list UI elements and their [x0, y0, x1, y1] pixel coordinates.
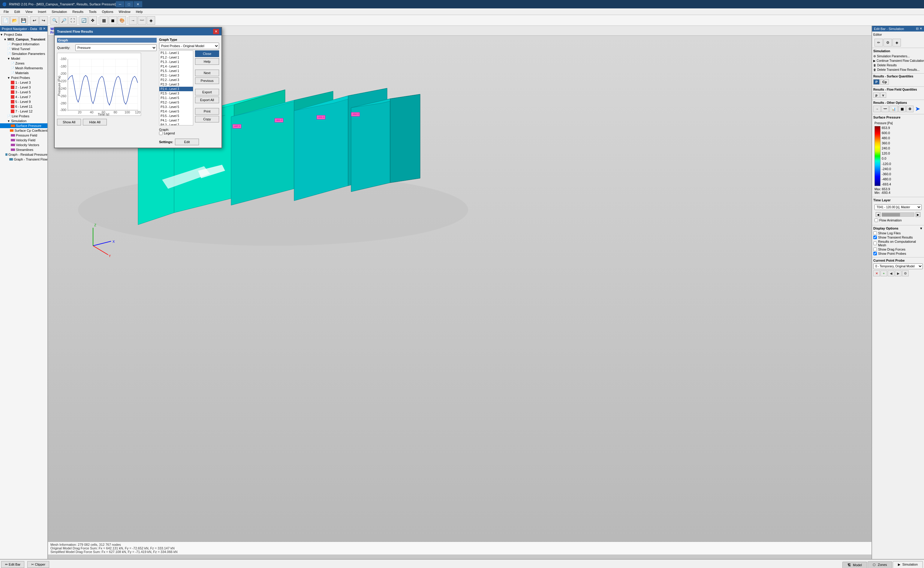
- tree-zones[interactable]: 📄 Zones: [0, 61, 47, 66]
- next-btn[interactable]: Next: [195, 69, 219, 76]
- toolbar-save[interactable]: 💾: [19, 16, 28, 24]
- toolbar-vectors[interactable]: →: [129, 16, 137, 24]
- menu-help[interactable]: Help: [134, 9, 145, 14]
- toolbar-streamlines[interactable]: 〰: [138, 16, 146, 24]
- delete-transient-item[interactable]: 🗑 Delete Transient Flow Results...: [873, 68, 923, 72]
- menu-view[interactable]: View: [23, 9, 35, 14]
- sim-params-item[interactable]: ⚙ Simulation Parameters...: [873, 54, 923, 59]
- close-btn[interactable]: Close: [195, 50, 219, 57]
- toolbar-zoom-in[interactable]: 🔍: [50, 16, 59, 24]
- probe-item-p14[interactable]: P1.4 - Level 1: [159, 64, 193, 69]
- tree-m03[interactable]: ▼ M03_Campus_Transient: [0, 37, 47, 42]
- tree-sim-params[interactable]: 📄 Simulation Parameters: [0, 51, 47, 56]
- minimize-btn[interactable]: ─: [116, 1, 124, 7]
- tree-velocity-field[interactable]: Velocity Field: [0, 138, 47, 142]
- show-drag-checkbox[interactable]: [873, 248, 877, 251]
- probe-item-p22[interactable]: P2.2 - Level 3: [159, 78, 193, 82]
- flow-p-btn[interactable]: p: [873, 92, 880, 98]
- delete-results-item[interactable]: 🗑 Delete Results: [873, 63, 923, 68]
- probe-settings-btn[interactable]: ⚙: [902, 270, 909, 276]
- probe-item-p31[interactable]: P3.1 - Level 5: [159, 96, 193, 100]
- tree-surface-pressure[interactable]: Surface Pressure: [0, 123, 47, 128]
- other-btn-4[interactable]: ▦: [898, 106, 906, 112]
- other-btn-3[interactable]: 📊: [889, 106, 898, 112]
- tree-streamlines[interactable]: Streamlines: [0, 147, 47, 152]
- other-btn-2[interactable]: 〰: [882, 106, 889, 112]
- probe-item-p34[interactable]: P3.4 - Level 5: [159, 109, 193, 114]
- print-btn[interactable]: Print: [195, 108, 219, 115]
- copy-btn[interactable]: Copy: [195, 116, 219, 122]
- menu-window[interactable]: Window: [116, 9, 133, 14]
- toolbar-pan[interactable]: ✥: [89, 16, 97, 24]
- menu-insert[interactable]: Insert: [35, 9, 48, 14]
- legend-checkbox[interactable]: [159, 131, 163, 135]
- tab-simulation[interactable]: ▶ Simulation: [893, 561, 923, 568]
- show-transient-checkbox[interactable]: [873, 236, 877, 239]
- toolbar-open[interactable]: 📂: [10, 16, 19, 24]
- flow-animation-checkbox[interactable]: [874, 218, 878, 222]
- results-comp-checkbox[interactable]: [873, 242, 877, 245]
- other-btn-5[interactable]: ⚙: [906, 106, 913, 112]
- menu-options[interactable]: Options: [100, 9, 116, 14]
- toolbar-isosurface[interactable]: ◈: [147, 16, 155, 24]
- menu-file[interactable]: File: [1, 9, 11, 14]
- tree-line-probes[interactable]: 📄 Line Probes: [0, 114, 47, 118]
- toolbar-solid[interactable]: ◼: [109, 16, 117, 24]
- tree-graph-residual[interactable]: Graph - Residual Pressure: [0, 152, 47, 157]
- next-time-btn[interactable]: ▶: [916, 212, 920, 217]
- time-select[interactable]: T041 - 120.00 [s], Master: [874, 204, 922, 210]
- export-btn[interactable]: Export: [195, 89, 219, 95]
- transient-dialog[interactable]: Transient Flow Results ✕ Graph Quantity:…: [54, 27, 222, 148]
- toolbar-zoom-out[interactable]: 🔎: [59, 16, 68, 24]
- probe-add-btn[interactable]: +: [880, 270, 887, 276]
- probe-dropdown[interactable]: 0 - Temporary, Original Model: [873, 263, 923, 269]
- tree-probe-4[interactable]: 4 - Level 7: [0, 95, 47, 99]
- time-scrollbar[interactable]: [882, 213, 914, 217]
- show-log-checkbox[interactable]: [873, 231, 877, 235]
- menu-simulation[interactable]: Simulation: [49, 9, 69, 14]
- quantity-select[interactable]: Pressure: [75, 44, 157, 51]
- tree-pressure-field[interactable]: Pressure Field: [0, 133, 47, 138]
- editor-btn-3[interactable]: ◈: [892, 39, 901, 47]
- tree-probe-6[interactable]: 6 - Level 11: [0, 104, 47, 109]
- probe-item-p35[interactable]: P3.5 - Level 5: [159, 114, 193, 118]
- tree-materials[interactable]: 📄 Materials: [0, 71, 47, 75]
- edit-settings-btn[interactable]: Edit: [175, 139, 199, 145]
- continue-transient-item[interactable]: ▶ Continue Transient Flow Calculation: [873, 59, 923, 63]
- probe-item-p23[interactable]: P2.3 - Level 3: [159, 82, 193, 87]
- tree-probe-5[interactable]: 5 - Level 9: [0, 99, 47, 104]
- show-all-btn[interactable]: Show All: [57, 119, 81, 125]
- previous-btn[interactable]: Previous: [195, 77, 219, 84]
- maximize-btn[interactable]: □: [125, 1, 133, 7]
- menu-tools[interactable]: Tools: [86, 9, 99, 14]
- tree-point-probes[interactable]: ▼ Point Probes: [0, 75, 47, 80]
- toolbar-undo[interactable]: ↩: [30, 16, 39, 24]
- tree-mesh-ref[interactable]: 📄 Mesh Refinements: [0, 66, 47, 71]
- cp-btn[interactable]: Cp: [880, 79, 889, 85]
- probe-prev-btn[interactable]: ◀: [888, 270, 894, 276]
- tree-graph-transient[interactable]: Graph - Transient Flow: [0, 157, 47, 162]
- editor-btn-2[interactable]: ⚙: [883, 39, 892, 47]
- close-btn[interactable]: ✕: [134, 1, 142, 7]
- prev-time-btn[interactable]: ◀: [876, 212, 880, 217]
- tree-simulation[interactable]: ▼ Simulation: [0, 118, 47, 123]
- probe-item-p13[interactable]: P1.3 - Level 1: [159, 60, 193, 64]
- probe-item-p12[interactable]: P1.2 - Level 1: [159, 55, 193, 60]
- probe-item-p24[interactable]: P2.4 - Level 3: [159, 87, 193, 91]
- toolbar-contour[interactable]: 🎨: [118, 16, 126, 24]
- dialog-close-btn[interactable]: ✕: [213, 29, 219, 34]
- probe-item-p42[interactable]: P4.2 - Level 7: [159, 123, 193, 125]
- probe-next-btn[interactable]: ▶: [895, 270, 901, 276]
- probe-item-p11[interactable]: P1.1 - Level 1: [159, 51, 193, 55]
- flow-v-btn[interactable]: v: [880, 92, 886, 98]
- probe-item-p41[interactable]: P4.1 - Level 7: [159, 118, 193, 123]
- editor-btn-1[interactable]: ✏: [874, 39, 883, 47]
- pressure-btn[interactable]: P: [873, 79, 880, 85]
- tree-surface-cp[interactable]: Surface Cp Coefficient: [0, 128, 47, 133]
- probe-item-p33[interactable]: P3.3 - Level 5: [159, 105, 193, 109]
- tree-probe-7[interactable]: 7 - Level 12: [0, 109, 47, 114]
- tree-model[interactable]: ▼ Model: [0, 56, 47, 61]
- probe-item-p15[interactable]: P1.5 - Level 1: [159, 69, 193, 73]
- toolbar-fit[interactable]: ⛶: [68, 16, 77, 24]
- probe-item-p32[interactable]: P3.2 - Level 5: [159, 100, 193, 105]
